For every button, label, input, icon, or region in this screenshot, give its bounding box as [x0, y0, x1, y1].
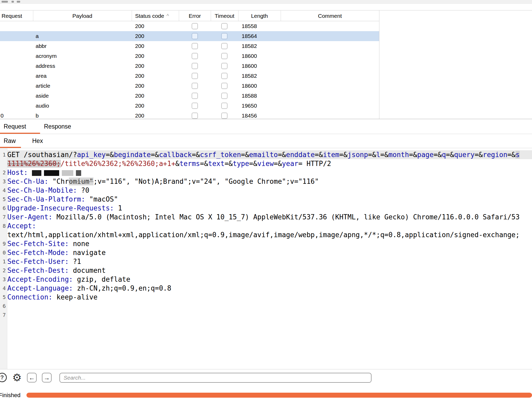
column-header-error[interactable]: Error — [179, 10, 211, 21]
error-checkbox[interactable] — [192, 43, 198, 49]
timeout-checkbox[interactable] — [221, 33, 228, 39]
tab-raw[interactable]: Raw — [0, 134, 21, 148]
request-line[interactable]: 1Sec-Fetch-User: ?1 — [0, 257, 532, 266]
timeout-checkbox[interactable] — [221, 23, 228, 29]
clipped-top-edge — [0, 0, 532, 4]
text-segment: item — [323, 151, 339, 159]
request-line[interactable]: 8Accept: — [0, 221, 532, 230]
table-row[interactable]: aside20018588 — [0, 91, 379, 101]
request-line[interactable]: text/html,application/xhtml+xml,applicat… — [0, 230, 532, 239]
text-segment: query — [454, 151, 474, 159]
request-line[interactable]: 2Sec-Fetch-Dest: document — [0, 266, 532, 275]
request-line[interactable]: 0Sec-Fetch-Mode: navigate — [0, 248, 532, 257]
request-line[interactable]: 4Sec-Ch-Ua-Mobile: ?0 — [0, 186, 532, 195]
request-line[interactable]: 5Sec-Ch-Ua-Platform: "macOS" — [0, 195, 532, 204]
length-cell: 18582 — [242, 41, 278, 51]
payload-cell: acronym — [36, 51, 127, 61]
table-row[interactable]: acronym20018600 — [0, 51, 379, 61]
table-row[interactable]: abbr20018582 — [0, 41, 379, 51]
request-editor[interactable]: 1GET /southasian/?api_key=&begindate=&ca… — [0, 148, 532, 369]
text-segment: emailto — [249, 151, 278, 159]
request-line[interactable]: 7 — [0, 310, 532, 319]
request-line[interactable]: 1111%26%2360;/title%26%2362;%26%2360;a+1… — [0, 159, 532, 168]
line-number: 3 — [0, 177, 7, 186]
timeout-checkbox[interactable] — [221, 113, 228, 119]
payload-cell: abbr — [36, 41, 127, 51]
payload-cell: b — [36, 111, 127, 119]
tab-response[interactable]: Response — [44, 119, 71, 134]
request-line[interactable]: 1GET /southasian/?api_key=&begindate=&ca… — [0, 150, 532, 159]
error-checkbox[interactable] — [192, 73, 198, 79]
line-number: 6 — [0, 204, 7, 213]
length-cell: 18600 — [242, 51, 278, 61]
request-line[interactable]: 3Accept-Encoding: gzip, deflate — [0, 275, 532, 284]
text-segment: document — [73, 266, 106, 274]
request-line[interactable]: 6Upgrade-Insecure-Requests: 1 — [0, 204, 532, 213]
request-line[interactable]: 7User-Agent: Mozilla/5.0 (Macintosh; Int… — [0, 213, 532, 221]
column-header-request[interactable]: Request — [2, 10, 32, 21]
table-row[interactable]: 0b20018456 — [0, 111, 379, 119]
line-content: Sec-Ch-Ua-Platform: "macOS" — [7, 195, 532, 204]
error-checkbox[interactable] — [192, 33, 198, 39]
timeout-checkbox[interactable] — [221, 93, 228, 99]
timeout-checkbox[interactable] — [221, 73, 228, 79]
table-row[interactable]: a20018564 — [0, 31, 379, 41]
column-header-status-code[interactable]: Status code^ — [135, 10, 169, 21]
error-checkbox[interactable] — [192, 63, 198, 69]
error-checkbox[interactable] — [192, 83, 198, 89]
settings-gear-icon[interactable]: ⚙ — [11, 371, 23, 384]
line-content: Sec-Fetch-Dest: document — [7, 266, 532, 275]
status-code-cell: 200 — [135, 91, 174, 101]
text-segment: =& — [274, 160, 282, 168]
timeout-checkbox[interactable] — [221, 83, 228, 89]
timeout-checkbox[interactable] — [221, 103, 228, 109]
help-icon[interactable]: ? — [0, 373, 7, 382]
table-row[interactable]: 20018558 — [0, 21, 379, 31]
request-line[interactable]: 6 — [0, 302, 532, 310]
line-content: GET /southasian/?api_key=&begindate=&cal… — [7, 150, 532, 159]
request-line[interactable]: 3Sec-Ch-Ua: "Chromium";v="116", "Not)A;B… — [0, 177, 532, 186]
status-code-cell: 200 — [135, 71, 174, 81]
timeout-checkbox[interactable] — [221, 43, 228, 49]
line-content: Host: — [7, 168, 532, 177]
line-number: 1 — [0, 257, 7, 266]
request-number-cell — [1, 101, 29, 111]
column-header-timeout[interactable]: Timeout — [211, 10, 238, 21]
text-segment: text — [208, 160, 225, 168]
tab-hex[interactable]: Hex — [32, 134, 43, 148]
text-segment: Accept: — [7, 222, 36, 230]
status-code-cell: 200 — [135, 111, 174, 119]
table-row[interactable]: audio20019650 — [0, 101, 379, 111]
line-content: Connection: keep-alive — [7, 293, 532, 302]
timeout-checkbox[interactable] — [221, 63, 228, 69]
toolbar-divider — [0, 369, 532, 369]
text-segment: callback — [159, 151, 192, 159]
text-segment: Sec-Fetch-Mode: — [7, 249, 73, 257]
line-content: User-Agent: Mozilla/5.0 (Macintosh; Inte… — [7, 213, 532, 221]
error-checkbox[interactable] — [192, 103, 198, 109]
request-line[interactable]: 5Connection: keep-alive — [0, 293, 532, 302]
error-checkbox[interactable] — [192, 53, 198, 59]
error-checkbox[interactable] — [192, 23, 198, 29]
next-match-button[interactable]: → — [42, 373, 52, 382]
text-segment: =& — [368, 151, 376, 159]
search-input[interactable] — [59, 373, 372, 383]
column-header-payload[interactable]: Payload — [33, 10, 132, 21]
column-header-length[interactable]: Length — [238, 10, 281, 21]
table-row[interactable]: address20018600 — [0, 61, 379, 71]
request-number-cell — [1, 61, 29, 71]
table-row[interactable]: area20018582 — [0, 71, 379, 81]
comment-cell — [284, 21, 376, 31]
request-line[interactable]: 9Sec-Fetch-Site: none — [0, 239, 532, 248]
redacted-text — [44, 170, 59, 176]
tab-request[interactable]: Request — [0, 119, 40, 134]
tabs-divider — [0, 134, 532, 134]
request-line[interactable]: 4Accept-Language: zh-CN,zh;q=0.9,en;q=0.… — [0, 284, 532, 293]
request-line[interactable]: 2Host: — [0, 168, 532, 177]
column-header-comment[interactable]: Comment — [281, 10, 379, 21]
error-checkbox[interactable] — [192, 93, 198, 99]
timeout-checkbox[interactable] — [221, 53, 228, 59]
table-row[interactable]: article20018600 — [0, 81, 379, 91]
previous-match-button[interactable]: ← — [27, 373, 37, 382]
error-checkbox[interactable] — [192, 113, 198, 119]
